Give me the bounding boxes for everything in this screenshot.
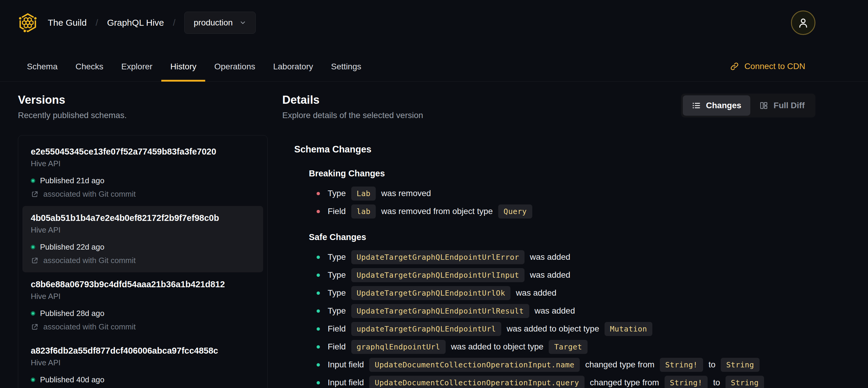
git-commit-link[interactable]: associated with Git commit	[31, 189, 255, 199]
details-heading-block: Details Explore details of the selected …	[282, 94, 423, 120]
external-link-icon	[31, 190, 38, 198]
tab-laboratory[interactable]: Laboratory	[264, 62, 322, 82]
breadcrumb: The Guild / GraphQL Hive / production	[48, 12, 256, 34]
safe-bullet-icon	[317, 309, 320, 313]
change-text: Input field	[328, 378, 364, 387]
version-hash: a823f6db2a55df877dcf406006abca97fcc4858c	[31, 346, 255, 356]
tab-operations[interactable]: Operations	[205, 62, 264, 82]
change-description: Input fieldUpdateDocumentCollectionOpera…	[328, 376, 764, 388]
breadcrumb-org[interactable]: The Guild	[48, 18, 87, 28]
git-commit-label: associated with Git commit	[43, 322, 135, 331]
change-description: FieldgraphqlEndpointUrlwas added to obje…	[328, 340, 588, 354]
code-badge: updateTargetGraphQLEndpointUrl	[351, 322, 501, 336]
git-commit-link[interactable]: associated with Git commit	[31, 322, 255, 331]
code-badge: String!	[664, 376, 708, 388]
change-text: changed type from	[590, 378, 659, 387]
target-selector[interactable]: production	[184, 12, 256, 34]
tab-schema[interactable]: Schema	[18, 62, 67, 82]
hive-logo-icon	[18, 12, 38, 33]
external-link-icon	[31, 257, 38, 265]
code-badge: UpdateTargetGraphQLEndpointUrlError	[351, 250, 525, 264]
safe-bullet-icon	[317, 381, 320, 384]
change-text: changed type from	[585, 360, 654, 369]
code-badge: UpdateDocumentCollectionOperationInput.q…	[369, 376, 584, 388]
list-icon	[692, 101, 701, 110]
code-badge: Mutation	[604, 322, 652, 336]
change-item: TypeUpdateTargetGraphQLEndpointUrlInputw…	[309, 268, 850, 282]
tab-settings[interactable]: Settings	[322, 62, 370, 82]
split-panels-icon	[759, 101, 768, 110]
version-item[interactable]: a823f6db2a55df877dcf406006abca97fcc4858c…	[22, 339, 263, 388]
safe-changes-title: Safe Changes	[309, 232, 850, 242]
change-description: TypeUpdateTargetGraphQLEndpointUrlResult…	[328, 304, 575, 318]
main-content: Versions Recently published schemas. e2e…	[0, 82, 868, 388]
git-commit-link[interactable]: associated with Git commit	[31, 256, 255, 265]
change-text: to	[713, 378, 720, 387]
safe-bullet-icon	[317, 345, 320, 349]
connect-cdn-button[interactable]: Connect to CDN	[730, 62, 805, 81]
change-text: Type	[328, 306, 346, 316]
change-text: Input field	[328, 360, 364, 369]
published-dot-icon	[31, 311, 35, 316]
version-published-row: Published 28d ago	[31, 309, 255, 318]
changes-view-button[interactable]: Changes	[683, 95, 750, 116]
code-badge: UpdateTargetGraphQLEndpointUrlOk	[351, 286, 511, 300]
target-selector-value: production	[193, 18, 233, 28]
change-description: TypeUpdateTargetGraphQLEndpointUrlOkwas …	[328, 286, 556, 300]
code-badge: lab	[351, 205, 376, 218]
change-text: Field	[328, 342, 346, 352]
change-item: FieldgraphqlEndpointUrlwas added to obje…	[309, 339, 850, 354]
tab-bar: SchemaChecksExplorerHistoryOperationsLab…	[18, 62, 370, 81]
change-item: Fieldlabwas removed from object typeQuer…	[309, 204, 850, 218]
hive-logo[interactable]	[18, 12, 38, 33]
safe-bullet-icon	[317, 327, 320, 331]
published-dot-icon	[31, 378, 35, 382]
tab-explorer[interactable]: Explorer	[112, 62, 161, 82]
version-service: Hive API	[31, 159, 255, 168]
code-badge: UpdateDocumentCollectionOperationInput.n…	[369, 358, 580, 372]
versions-panel: Versions Recently published schemas. e2e…	[18, 94, 268, 388]
changes-view-label: Changes	[706, 101, 741, 110]
version-item[interactable]: 4b05ab51b1b4a7e2e4b0ef82172f2b9f7ef98c0b…	[22, 206, 263, 272]
breadcrumb-separator: /	[173, 18, 175, 28]
code-badge: UpdateTargetGraphQLEndpointUrlInput	[351, 268, 525, 282]
change-text: Field	[328, 324, 346, 334]
safe-bullet-icon	[317, 256, 320, 259]
version-item[interactable]: e2e55045345ce13fe07f52a77459b83fa3fe7020…	[22, 140, 263, 206]
version-service: Hive API	[31, 358, 255, 367]
git-commit-label: associated with Git commit	[43, 256, 135, 265]
full-diff-view-button[interactable]: Full Diff	[750, 95, 814, 116]
versions-title: Versions	[18, 94, 268, 107]
change-item: TypeUpdateTargetGraphQLEndpointUrlOkwas …	[309, 286, 850, 300]
tab-history[interactable]: History	[161, 62, 205, 82]
change-text: Type	[328, 270, 346, 280]
change-group-safe: Safe ChangesTypeUpdateTargetGraphQLEndpo…	[294, 232, 850, 388]
change-text: was added to object type	[451, 342, 544, 352]
safe-bullet-icon	[317, 363, 320, 366]
details-header: Details Explore details of the selected …	[282, 94, 850, 120]
version-service: Hive API	[31, 226, 255, 235]
git-commit-label: associated with Git commit	[43, 189, 135, 199]
version-published-label: Published 22d ago	[40, 242, 104, 252]
version-item[interactable]: c8b6e88a06793b9c4dfd54aaa21b36a1b421d812…	[22, 272, 263, 339]
view-toggle: Changes Full Diff	[681, 94, 815, 117]
version-published-label: Published 28d ago	[40, 309, 104, 318]
change-description: FieldupdateTargetGraphQLEndpointUrlwas a…	[328, 322, 652, 336]
connect-cdn-label: Connect to CDN	[744, 62, 805, 71]
change-item: Input fieldUpdateDocumentCollectionOpera…	[309, 376, 850, 388]
user-avatar[interactable]	[791, 10, 815, 35]
published-dot-icon	[31, 245, 35, 249]
version-service: Hive API	[31, 292, 255, 301]
safe-bullet-icon	[317, 292, 320, 295]
code-badge: String	[721, 358, 759, 372]
version-published-row: Published 21d ago	[31, 176, 255, 185]
version-published-row: Published 40d ago	[31, 375, 255, 384]
link-icon	[730, 62, 739, 71]
tab-checks[interactable]: Checks	[67, 62, 112, 82]
change-item: FieldupdateTargetGraphQLEndpointUrlwas a…	[309, 322, 850, 336]
breadcrumb-project[interactable]: GraphQL Hive	[107, 18, 164, 28]
version-published-label: Published 40d ago	[40, 375, 104, 384]
change-groups: Breaking ChangesTypeLabwas removedFieldl…	[294, 169, 850, 388]
change-text: Type	[328, 288, 346, 298]
change-description: TypeUpdateTargetGraphQLEndpointUrlErrorw…	[328, 250, 570, 264]
